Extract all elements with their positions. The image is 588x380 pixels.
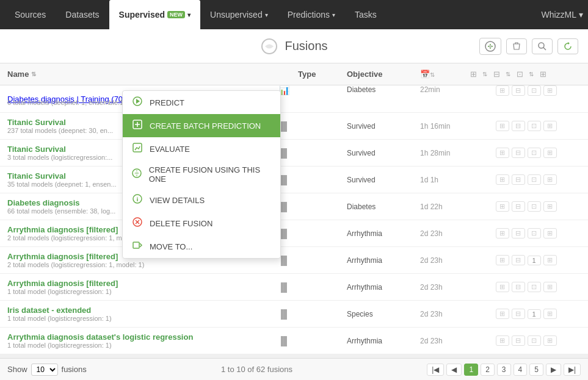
page-next-button[interactable]: ▶ [546, 364, 561, 376]
nav-sources[interactable]: Sources [5, 0, 56, 29]
whizzml-menu[interactable]: WhizzML ▾ [541, 10, 583, 20]
action-other[interactable]: ⊞ [543, 148, 557, 158]
action-batch[interactable]: ⊟ [512, 85, 525, 96]
action-eval[interactable]: ⊞ [496, 85, 509, 96]
action-batch[interactable]: ⊟ [512, 282, 525, 292]
menu-item-delete[interactable]: DELETE FUSION [123, 212, 280, 235]
action-eval[interactable]: ⊞ [496, 228, 509, 238]
refresh-button[interactable] [557, 38, 578, 54]
nav-datasets[interactable]: Datasets [56, 0, 109, 29]
action-other[interactable]: ⊞ [543, 228, 557, 238]
chart-icon[interactable]: ▐▌ [275, 336, 293, 346]
table-row[interactable]: Arrythmia diagnosis [filtered] 2 total m… [0, 247, 588, 274]
action-eval[interactable]: ⊞ [496, 282, 509, 292]
pagination-controls: |◀ ◀ 1 2 3 4 5 ▶ ▶| [427, 364, 581, 376]
menu-item-batch-prediction[interactable]: CREATE BATCH PREDICTION [123, 114, 280, 137]
row-actions: ⊞ ⊟ ⊡ ⊞ [464, 282, 588, 292]
menu-item-predict[interactable]: PREDICT [123, 91, 280, 114]
row-subtext: 1 total model (logisticregression: 1) [7, 315, 258, 322]
search-button[interactable] [532, 38, 553, 54]
action-pred[interactable]: ⊡ [528, 282, 541, 292]
action-pred[interactable]: ⊡ [528, 148, 541, 158]
row-name-link[interactable]: Arrythmia diagnosis [filtered] [7, 279, 118, 288]
action-other[interactable]: ⊞ [543, 335, 557, 346]
row-time: 22min [415, 85, 464, 94]
table-row[interactable]: Titanic Survival 3 total models (logisti… [0, 140, 588, 167]
row-time: 1h 16min [415, 122, 464, 131]
page-prev-button[interactable]: ◀ [446, 364, 462, 376]
table-row[interactable]: Arrythmia diagnosis [filtered] 2 total m… [0, 220, 588, 247]
action-pred[interactable]: ⊡ [528, 174, 541, 185]
chevron-down-icon: ▾ [579, 10, 583, 20]
table-row[interactable]: Arrythmia diagnosis dataset's logistic r… [0, 328, 588, 354]
action-eval[interactable]: ⊞ [496, 174, 509, 185]
action-other[interactable]: ⊞ [543, 85, 557, 96]
row-name-link[interactable]: Titanic Survival [7, 118, 66, 127]
action-other[interactable]: ⊞ [543, 309, 557, 319]
action-pred[interactable]: 1 [528, 309, 541, 319]
action-eval[interactable]: ⊞ [496, 309, 509, 319]
page-first-button[interactable]: |◀ [427, 364, 444, 376]
action-other[interactable]: ⊞ [543, 174, 557, 185]
action-batch[interactable]: ⊟ [512, 201, 525, 212]
action-batch[interactable]: ⊟ [512, 174, 525, 185]
row-name-link[interactable]: Iris dataset - extended [7, 306, 91, 315]
action-pred[interactable]: ⊡ [528, 228, 541, 238]
row-actions: ⊞ ⊟ 1 ⊞ [464, 255, 588, 265]
page-5-button[interactable]: 5 [529, 364, 543, 376]
chart-icon[interactable]: ▐▌ [275, 309, 293, 319]
action-other[interactable]: ⊞ [543, 255, 557, 265]
sort-icon: ⇅ [430, 71, 435, 78]
action-batch[interactable]: ⊟ [512, 335, 525, 346]
nav-predictions[interactable]: Predictions ▾ [278, 0, 345, 29]
row-actions: ⊞ ⊟ ⊡ ⊞ [464, 201, 588, 212]
action-pred[interactable]: ⊡ [528, 201, 541, 212]
action-batch[interactable]: ⊟ [512, 121, 525, 131]
table-row[interactable]: Titanic Survival 35 total models (deepne… [0, 167, 588, 193]
row-name-link[interactable]: Arrythmia diagnosis dataset's logistic r… [7, 332, 193, 342]
page-4-button[interactable]: 4 [514, 364, 528, 376]
table-row[interactable]: Iris dataset - extended 1 total model (l… [0, 301, 588, 328]
menu-item-evaluate[interactable]: EVALUATE [123, 137, 280, 160]
move-icon [131, 240, 143, 253]
action-other[interactable]: ⊞ [543, 121, 557, 131]
row-objective: Diabetes [342, 203, 415, 211]
row-name-link[interactable]: Arrythmia diagnosis [filtered] [7, 225, 118, 234]
action-eval[interactable]: ⊞ [496, 148, 509, 158]
row-name-link[interactable]: Arrythmia diagnosis [filtered] [7, 252, 118, 261]
action-eval[interactable]: ⊞ [496, 255, 509, 265]
action-batch[interactable]: ⊟ [512, 228, 525, 238]
action-eval[interactable]: ⊞ [496, 121, 509, 131]
action-pred[interactable]: ⊡ [528, 121, 541, 131]
row-name-link[interactable]: Titanic Survival [7, 145, 66, 154]
delete-button[interactable] [506, 38, 527, 54]
action-other[interactable]: ⊞ [543, 282, 557, 292]
per-page-select[interactable]: 10 25 50 [31, 364, 58, 376]
action-batch[interactable]: ⊟ [512, 148, 525, 158]
page-1-button[interactable]: 1 [464, 364, 478, 376]
row-name-link[interactable]: Diabetes diagnosis [7, 198, 79, 207]
table-row[interactable]: Diabetes diagnosis 66 total models (ense… [0, 193, 588, 220]
page-2-button[interactable]: 2 [481, 364, 495, 376]
table-row[interactable]: Arrythmia diagnosis [filtered] 1 total m… [0, 274, 588, 301]
action-batch[interactable]: ⊟ [512, 255, 525, 265]
page-3-button[interactable]: 3 [497, 364, 511, 376]
nav-unsupervised[interactable]: Unsupervised ▾ [200, 0, 278, 29]
nav-tasks[interactable]: Tasks [345, 0, 387, 29]
action-pred[interactable]: 1 [528, 256, 541, 265]
chart-icon[interactable]: ▐▌ [275, 282, 293, 292]
menu-item-create-fusion[interactable]: CREATE FUSION USING THIS ONE [123, 160, 280, 188]
menu-item-move-to[interactable]: MOVE TO... [123, 235, 280, 258]
page-last-button[interactable]: ▶| [564, 364, 581, 376]
action-batch[interactable]: ⊟ [512, 309, 525, 319]
action-other[interactable]: ⊞ [543, 201, 557, 212]
create-fusion-button[interactable] [479, 38, 501, 55]
action-pred[interactable]: ⊡ [528, 85, 541, 96]
nav-supervised[interactable]: Supervised NEW ▾ [109, 0, 200, 29]
action-pred[interactable]: ⊡ [528, 335, 541, 346]
action-eval[interactable]: ⊞ [496, 201, 509, 212]
row-name-link[interactable]: Titanic Survival [7, 171, 66, 181]
action-eval[interactable]: ⊞ [496, 335, 509, 346]
table-row[interactable]: Titanic Survival 237 total models (deepn… [0, 113, 588, 140]
menu-item-view-details[interactable]: VIEW DETAILS [123, 188, 280, 212]
